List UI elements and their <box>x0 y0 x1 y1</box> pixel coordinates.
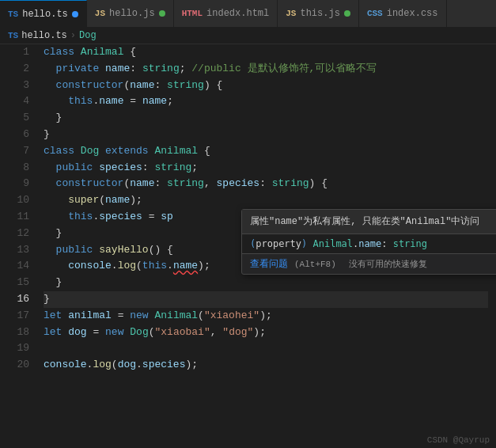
code-line-3: constructor(name: string) { <box>44 78 488 94</box>
view-problem-link[interactable]: 查看问题 <box>250 257 288 271</box>
html-icon: HTML <box>182 9 203 18</box>
code-line-5: } <box>44 110 488 127</box>
tab-dot <box>159 10 165 17</box>
ln-18: 18 <box>0 325 29 341</box>
ln-19: 19 <box>0 340 29 357</box>
breadcrumb-ts-icon: TS <box>8 31 18 40</box>
ln-5: 5 <box>0 110 29 127</box>
ln-3: 3 <box>0 78 29 94</box>
tab-dot <box>344 10 350 17</box>
ln-1: 1 <box>0 44 29 61</box>
tab-label: hello.js <box>109 8 155 19</box>
tooltip-header: 属性"name"为私有属性, 只能在类"Anilmal"中访问 <box>242 210 496 234</box>
ln-6: 6 <box>0 127 29 143</box>
editor: 1 2 3 4 5 6 7 8 9 10 11 12 13 14 15 16 1… <box>0 44 496 447</box>
ln-10: 10 <box>0 192 29 209</box>
js-icon: JS <box>286 9 296 18</box>
breadcrumb: TS hello.ts › Dog <box>0 28 496 44</box>
code-line-1: class Anilmal { <box>44 44 488 61</box>
code-line-7: class Dog extends Anilmal { <box>44 143 488 160</box>
breadcrumb-symbol[interactable]: Dog <box>79 30 97 41</box>
ts-icon: TS <box>8 9 18 19</box>
tab-label: indedx.html <box>206 8 269 19</box>
ln-17: 17 <box>0 308 29 325</box>
ln-9: 9 <box>0 176 29 192</box>
line-numbers: 1 2 3 4 5 6 7 8 9 10 11 12 13 14 15 16 1… <box>0 44 36 447</box>
code-line-19 <box>44 340 488 357</box>
code-line-15: } <box>44 275 488 291</box>
code-line-2: private name: string; //public 是默认修饰符,可以… <box>44 61 488 78</box>
breadcrumb-sep: › <box>70 30 76 41</box>
css-icon: CSS <box>367 9 383 18</box>
code-line-8: public species: string; <box>44 160 488 177</box>
code-line-6: } <box>44 127 488 143</box>
ln-4: 4 <box>0 93 29 110</box>
ln-20: 20 <box>0 357 29 374</box>
js-icon: JS <box>95 9 105 18</box>
tab-bar: TS hello.ts JS hello.js HTML indedx.html… <box>0 0 496 28</box>
ln-15: 15 <box>0 275 29 291</box>
ln-14: 14 <box>0 258 29 275</box>
no-fix-label: 没有可用的快速修复 <box>349 258 427 270</box>
code-line-17: let anilmal = new Anilmal("xiaohei"); <box>44 308 488 325</box>
tooltip-signature: (property) Anilmal.name: string <box>242 234 496 254</box>
code-area[interactable]: class Anilmal { private name: string; //… <box>36 44 496 447</box>
ln-8: 8 <box>0 160 29 177</box>
tab-index-css[interactable]: CSS index.css <box>359 0 447 27</box>
ln-13: 13 <box>0 242 29 259</box>
tab-label: hello.ts <box>22 9 68 20</box>
code-line-20: console.log(dog.species); <box>44 357 488 374</box>
code-line-16: } <box>44 291 488 308</box>
ln-7: 7 <box>0 143 29 160</box>
ln-12: 12 <box>0 226 29 242</box>
tab-label: index.css <box>387 8 438 19</box>
ln-11: 11 <box>0 209 29 226</box>
ln-2: 2 <box>0 61 29 78</box>
code-line-18: let dog = new Dog("xiaobai", "dog"); <box>44 325 488 341</box>
tab-hello-ts[interactable]: TS hello.ts <box>0 0 87 27</box>
tab-hello-js[interactable]: JS hello.js <box>87 0 174 27</box>
tab-indedx-html[interactable]: HTML indedx.html <box>174 0 278 27</box>
code-line-4: this.name = name; <box>44 93 488 110</box>
tooltip-actions: 查看问题 (Alt+F8) 没有可用的快速修复 <box>242 254 496 274</box>
tooltip-popup: 属性"name"为私有属性, 只能在类"Anilmal"中访问 (propert… <box>241 209 496 275</box>
code-line-9: constructor(name: string, species: strin… <box>44 176 488 192</box>
tab-label: this.js <box>300 8 339 19</box>
tab-this-js[interactable]: JS this.js <box>278 0 359 27</box>
watermark: CSDN @Qayrup <box>427 435 490 445</box>
breadcrumb-file[interactable]: hello.ts <box>21 30 67 41</box>
tab-dot <box>72 11 78 17</box>
ln-16: 16 <box>0 291 29 308</box>
shortcut-hint: (Alt+F8) <box>294 260 336 269</box>
code-line-10: super(name); <box>44 192 488 209</box>
